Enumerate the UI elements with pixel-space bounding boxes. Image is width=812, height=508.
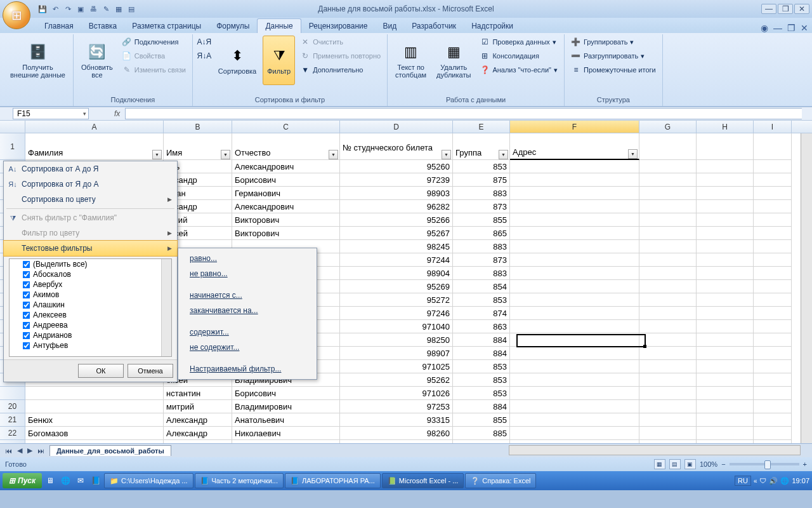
maximize-button[interactable]: ❐ bbox=[778, 4, 793, 14]
qat-undo-icon[interactable]: ↶ bbox=[49, 3, 61, 15]
filter-equals[interactable]: равно... bbox=[178, 251, 317, 266]
worksheet[interactable]: A B C D E F G H I 1 Фамилия▼ Имя▼ Отчест… bbox=[0, 121, 812, 443]
filter-custom[interactable]: Настраиваемый фильтр... bbox=[178, 361, 317, 377]
remove-duplicates-button[interactable]: ▦ Удалить дубликаты bbox=[433, 36, 475, 85]
filter-checkbox[interactable] bbox=[23, 260, 30, 268]
name-box[interactable]: F15 bbox=[13, 108, 89, 119]
qat-redo-icon[interactable]: ↷ bbox=[62, 3, 74, 15]
tab-data[interactable]: Данные bbox=[257, 18, 301, 33]
zoom-out-button[interactable]: − bbox=[721, 460, 725, 468]
col-header-d[interactable]: D bbox=[340, 121, 453, 133]
filter-toggle-d[interactable]: ▼ bbox=[442, 150, 451, 159]
minimize-button[interactable]: — bbox=[761, 4, 776, 14]
edit-links-button[interactable]: ✎Изменить связи bbox=[119, 64, 188, 76]
connections-button[interactable]: 🔗Подключения bbox=[119, 36, 188, 48]
col-header-h[interactable]: H bbox=[697, 121, 754, 133]
filter-not-contains[interactable]: не содержит... bbox=[178, 340, 317, 355]
sort-by-color-item[interactable]: Сортировка по цвету▶ bbox=[4, 192, 177, 207]
tab-nav-next[interactable]: ▶ bbox=[25, 446, 35, 455]
col-header-b[interactable]: B bbox=[164, 121, 232, 133]
col-header-a[interactable]: A bbox=[25, 121, 164, 133]
ql-ie-icon[interactable]: 🌐 bbox=[58, 474, 72, 488]
filter-ends-with[interactable]: заканчивается на... bbox=[178, 303, 317, 318]
filter-checkbox[interactable] bbox=[23, 321, 30, 329]
zoom-level[interactable]: 100% bbox=[700, 460, 717, 468]
cancel-button[interactable]: Отмена bbox=[128, 364, 173, 378]
col-header-i[interactable]: I bbox=[754, 121, 792, 133]
sort-button[interactable]: ⬍ Сортировка bbox=[214, 36, 260, 85]
filter-toggle-b[interactable]: ▼ bbox=[221, 150, 230, 159]
tab-addins[interactable]: Надстройки bbox=[464, 19, 521, 33]
filter-checkbox[interactable] bbox=[23, 301, 30, 309]
consolidate-button[interactable]: ⊞Консолидация bbox=[477, 50, 560, 62]
list-scrollbar[interactable] bbox=[161, 259, 171, 356]
min-ribbon-icon[interactable]: — bbox=[773, 23, 782, 33]
zoom-in-button[interactable]: + bbox=[803, 460, 807, 468]
tab-review[interactable]: Рецензирование bbox=[301, 19, 376, 33]
view-layout-button[interactable]: ▤ bbox=[669, 459, 681, 469]
text-filters-item[interactable]: Текстовые фильтры▶ bbox=[3, 240, 178, 257]
sort-az-item[interactable]: A↓Сортировка от А до Я bbox=[4, 161, 177, 177]
filter-not-equals[interactable]: не равно... bbox=[178, 266, 317, 281]
sheet-tab[interactable]: Данные_для_восьмой_работы bbox=[49, 445, 171, 456]
office-button[interactable] bbox=[3, 1, 30, 29]
horizontal-scrollbar[interactable] bbox=[509, 445, 801, 455]
filter-toggle-f[interactable]: ▼ bbox=[628, 149, 638, 159]
advanced-filter-button[interactable]: ▼Дополнительно bbox=[298, 64, 383, 76]
taskbar-item-active[interactable]: 📗Microsoft Excel - ... bbox=[382, 473, 464, 488]
qat-icon[interactable]: ✎ bbox=[100, 3, 112, 15]
col-header-c[interactable]: C bbox=[232, 121, 340, 133]
properties-button[interactable]: 📄Свойства bbox=[119, 50, 188, 62]
tab-developer[interactable]: Разработчик bbox=[404, 19, 464, 33]
tray-icon[interactable]: 🔊 bbox=[769, 477, 778, 485]
filter-checkbox[interactable] bbox=[23, 311, 30, 319]
ungroup-button[interactable]: ➖Разгруппировать ▾ bbox=[568, 50, 658, 62]
tray-icon[interactable]: 🌐 bbox=[780, 477, 789, 485]
sort-az-button[interactable]: А↓Я bbox=[197, 36, 212, 48]
whatif-button[interactable]: ❓Анализ "что-если" ▾ bbox=[477, 64, 560, 76]
ok-button[interactable]: ОК bbox=[78, 364, 124, 378]
start-button[interactable]: ⊞Пуск bbox=[3, 473, 42, 488]
tab-pagelayout[interactable]: Разметка страницы bbox=[124, 19, 209, 33]
row-header[interactable]: 21 bbox=[0, 413, 25, 427]
qat-save-icon[interactable]: 💾 bbox=[37, 3, 48, 15]
ql-word-icon[interactable]: 📘 bbox=[89, 474, 103, 488]
fx-icon[interactable]: fx bbox=[114, 109, 120, 118]
select-all-corner[interactable] bbox=[0, 121, 25, 133]
filter-checkbox[interactable] bbox=[23, 281, 30, 288]
group-button[interactable]: ➕Группировать ▾ bbox=[568, 36, 658, 48]
filter-values-list[interactable]: (Выделить все)АбоскаловАвербухАкимовАлаш… bbox=[9, 258, 172, 357]
filter-checkbox[interactable] bbox=[23, 331, 30, 339]
filter-checkbox[interactable] bbox=[23, 342, 30, 349]
ql-desktop-icon[interactable]: 🖥 bbox=[43, 474, 57, 488]
tray-icon[interactable]: 🛡 bbox=[759, 477, 766, 485]
filter-begins-with[interactable]: начинается с... bbox=[178, 288, 317, 303]
row-header[interactable]: 1 bbox=[0, 133, 25, 160]
filter-checkbox[interactable] bbox=[23, 291, 30, 298]
filter-toggle-c[interactable]: ▼ bbox=[329, 150, 338, 159]
refresh-all-button[interactable]: 🔄 Обновить все bbox=[77, 36, 117, 85]
row-header[interactable]: 22 bbox=[0, 427, 25, 440]
sort-za-item[interactable]: Я↓Сортировка от Я до А bbox=[4, 177, 177, 192]
subtotal-button[interactable]: ≡Промежуточные итоги bbox=[568, 64, 658, 76]
close-doc-icon[interactable]: ✕ bbox=[801, 23, 808, 33]
language-indicator[interactable]: RU bbox=[735, 476, 751, 486]
taskbar-item[interactable]: 📘Часть 2 методички... bbox=[195, 473, 284, 488]
view-normal-button[interactable]: ▦ bbox=[654, 459, 665, 469]
clear-filter-button[interactable]: ✕Очистить bbox=[298, 36, 383, 48]
view-pagebreak-button[interactable]: ▣ bbox=[684, 459, 696, 469]
tab-insert[interactable]: Вставка bbox=[81, 19, 125, 33]
sort-za-button[interactable]: Я↓А bbox=[197, 50, 212, 62]
tab-home[interactable]: Главная bbox=[37, 19, 81, 33]
qat-print-icon[interactable]: 🖶 bbox=[88, 3, 99, 15]
row-header[interactable] bbox=[0, 387, 25, 400]
tab-view[interactable]: Вид bbox=[375, 19, 404, 33]
clock[interactable]: 19:07 bbox=[792, 477, 809, 485]
filter-button[interactable]: ⧩ Фильтр bbox=[263, 36, 295, 85]
close-button[interactable]: ✕ bbox=[794, 4, 809, 14]
filter-checkbox[interactable] bbox=[23, 271, 30, 278]
row-header[interactable]: 20 bbox=[0, 400, 25, 413]
filter-contains[interactable]: содержит... bbox=[178, 324, 317, 340]
col-header-g[interactable]: G bbox=[639, 121, 697, 133]
filter-toggle-a[interactable]: ▼ bbox=[152, 150, 162, 159]
